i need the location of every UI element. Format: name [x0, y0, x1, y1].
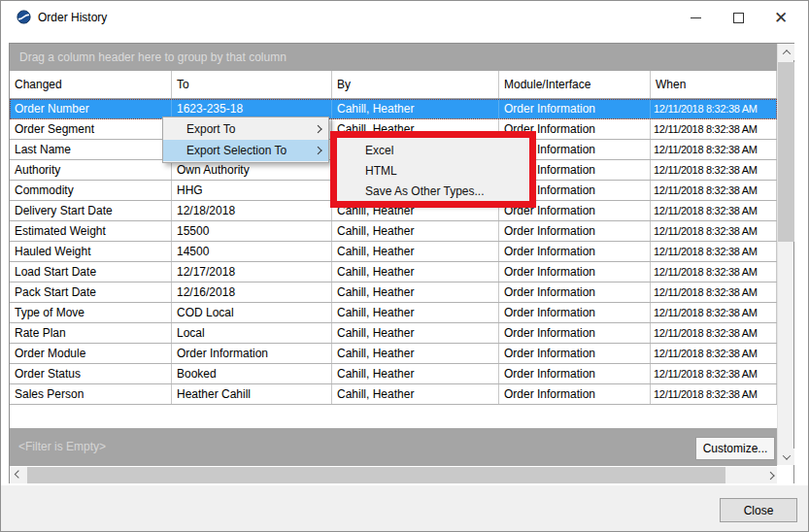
chevron-up-icon	[782, 50, 790, 57]
cell-to: 15500	[172, 221, 332, 241]
table-row[interactable]: Estimated Weight 15500 Cahill, Heather O…	[10, 221, 777, 242]
export-submenu: ExcelHTMLSave As Other Types...	[335, 137, 531, 204]
order-history-dialog: Order History ✕ Drag a column header her…	[0, 0, 809, 532]
cell-changed: Commodity	[10, 181, 172, 200]
horizontal-scrollbar[interactable]	[10, 467, 777, 483]
group-by-panel[interactable]: Drag a column header here to group by th…	[10, 44, 777, 71]
cell-when: 12/11/2018 8:32:38 AM	[651, 221, 777, 241]
context-menu-item-label: Export To	[186, 122, 235, 136]
cell-module-interface: Order Information	[499, 303, 651, 322]
cell-when: 12/11/2018 8:32:38 AM	[651, 262, 777, 282]
close-button-label: Close	[744, 504, 774, 517]
cell-to: Heather Cahill	[172, 384, 332, 404]
cell-to: Local	[172, 323, 332, 343]
cell-changed: Order Segment	[10, 119, 172, 139]
submenu-item[interactable]: HTML	[336, 160, 530, 181]
title-bar: Order History ✕	[1, 1, 808, 43]
cell-by: Cahill, Heather	[332, 242, 499, 261]
minimize-button[interactable]	[674, 5, 717, 30]
table-row[interactable]: Hauled Weight 14500 Cahill, Heather Orde…	[10, 242, 777, 262]
submenu-item[interactable]: Excel	[336, 140, 530, 160]
cell-to: Own Authority	[172, 160, 332, 180]
horizontal-scrollbar-thumb[interactable]	[27, 467, 725, 483]
cell-by: Cahill, Heather	[332, 119, 499, 139]
customize-button[interactable]: Customize...	[695, 437, 775, 460]
table-row[interactable]: Delivery Start Date 12/18/2018 Cahill, H…	[10, 201, 777, 221]
table-row[interactable]: Pack Start Date 12/16/2018 Cahill, Heath…	[10, 283, 777, 303]
cell-changed: Order Status	[10, 364, 172, 383]
cell-by: Cahill, Heather	[332, 201, 499, 220]
cell-by: Cahill, Heather	[332, 221, 499, 241]
submenu-item[interactable]: Save As Other Types...	[336, 181, 530, 201]
close-button[interactable]: Close	[720, 498, 797, 522]
table-row[interactable]: Order Module Order Information Cahill, H…	[10, 344, 777, 364]
chevron-left-icon	[14, 470, 21, 478]
cell-to: 12/18/2018	[172, 201, 332, 220]
cell-module-interface: Order Information	[499, 99, 651, 118]
column-header[interactable]: To	[172, 71, 332, 98]
order-history-grid: Drag a column header here to group by th…	[9, 43, 794, 484]
maximize-button[interactable]	[717, 5, 759, 30]
scroll-down-button[interactable]	[778, 449, 794, 465]
cell-module-interface: Order Information	[499, 221, 651, 241]
column-header[interactable]: By	[332, 71, 499, 98]
table-row[interactable]: Order Status Booked Cahill, Heather Orde…	[10, 364, 777, 384]
window-title: Order History	[38, 11, 107, 24]
cell-changed: Delivery Start Date	[10, 201, 172, 220]
column-header-row: ChangedToByModule/InterfaceWhen	[10, 71, 777, 99]
maximize-icon	[733, 13, 744, 23]
cell-by: Cahill, Heather	[332, 344, 499, 363]
cell-by: Cahill, Heather	[332, 99, 499, 118]
table-row[interactable]: Type of Move COD Local Cahill, Heather O…	[10, 303, 777, 323]
close-icon: ✕	[774, 10, 788, 26]
table-row[interactable]: Order Number 1623-235-18 Cahill, Heather…	[10, 99, 777, 119]
cell-when: 12/11/2018 8:32:38 AM	[651, 344, 777, 363]
cell-by: Cahill, Heather	[332, 303, 499, 322]
cell-when: 12/11/2018 8:32:38 AM	[651, 99, 777, 118]
cell-module-interface: Order Information	[499, 323, 651, 343]
table-row[interactable]: Sales Person Heather Cahill Cahill, Heat…	[10, 384, 777, 405]
close-window-button[interactable]: ✕	[759, 5, 802, 30]
cell-changed: Type of Move	[10, 303, 172, 322]
cell-when: 12/11/2018 8:32:38 AM	[651, 364, 777, 383]
filter-bar: <Filter is Empty>	[10, 428, 777, 466]
customize-button-label: Customize...	[703, 442, 768, 455]
cell-module-interface: Order Information	[499, 242, 651, 261]
column-header[interactable]: Module/Interface	[499, 71, 651, 98]
cell-module-interface: Order Information	[499, 384, 651, 404]
chevron-down-icon	[782, 451, 790, 459]
cell-changed: Estimated Weight	[10, 221, 172, 241]
vertical-scrollbar-thumb[interactable]	[778, 62, 794, 242]
cell-changed: Sales Person	[10, 384, 172, 404]
group-by-hint: Drag a column header here to group by th…	[19, 50, 287, 64]
cell-when: 12/11/2018 8:32:38 AM	[651, 283, 777, 302]
cell-to: 12/16/2018	[172, 283, 332, 302]
cell-by: Cahill, Heather	[332, 283, 499, 302]
scroll-left-button[interactable]	[10, 467, 26, 483]
cell-to: 1623-235-18	[172, 99, 332, 118]
cell-by: Cahill, Heather	[332, 384, 499, 404]
window-controls: ✕	[674, 5, 802, 30]
scroll-up-button[interactable]	[778, 44, 794, 60]
context-menu-item[interactable]: Export Selection To	[163, 140, 328, 161]
column-header[interactable]: When	[651, 71, 777, 98]
column-header[interactable]: Changed	[10, 71, 172, 98]
context-menu-item-label: Export Selection To	[186, 144, 287, 157]
cell-by: Cahill, Heather	[332, 364, 499, 383]
cell-to: 14500	[172, 242, 332, 261]
cell-changed: Order Module	[10, 344, 172, 363]
cell-when: 12/11/2018 8:32:38 AM	[651, 242, 777, 261]
cell-changed: Order Number	[10, 99, 172, 118]
cell-by: Cahill, Heather	[332, 323, 499, 343]
cell-module-interface: Order Information	[499, 344, 651, 363]
dialog-footer: Close	[1, 483, 808, 532]
app-icon	[17, 10, 31, 24]
vertical-scrollbar[interactable]	[777, 44, 793, 465]
table-row[interactable]: Load Start Date 12/17/2018 Cahill, Heath…	[10, 262, 777, 283]
scroll-right-button[interactable]	[760, 467, 777, 483]
cell-changed: Last Name	[10, 140, 172, 159]
context-menu-item[interactable]: Export To	[163, 118, 328, 140]
cell-when: 12/11/2018 8:32:38 AM	[651, 201, 777, 220]
table-row[interactable]: Rate Plan Local Cahill, Heather Order In…	[10, 323, 777, 344]
cell-module-interface: Order Information	[499, 201, 651, 220]
